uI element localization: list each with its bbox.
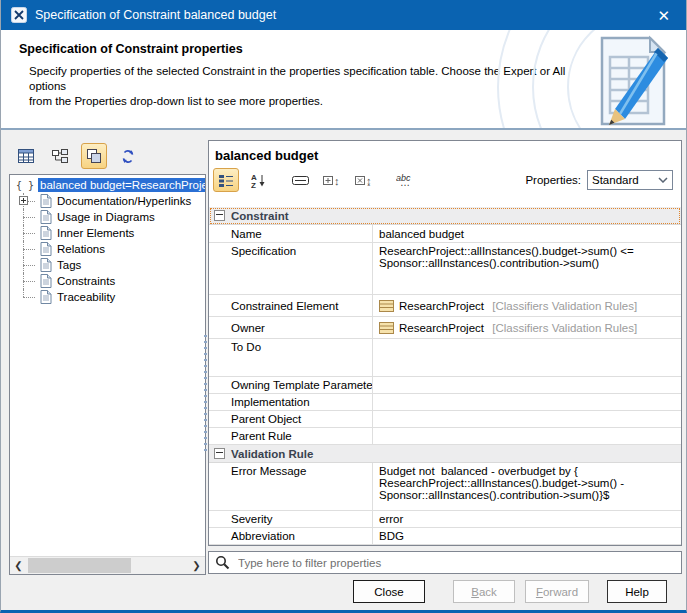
property-value[interactable]: ResearchProject [Classifiers Validation … xyxy=(372,317,681,338)
properties-table: ConstraintNamebalanced budgetSpecificati… xyxy=(209,207,681,545)
property-value[interactable]: balanced budget xyxy=(372,225,681,242)
rtoolbar-buttons: AZ↕↨abc… xyxy=(213,168,425,192)
property-row-constrained-element[interactable]: Constrained ElementResearchProject [Clas… xyxy=(209,295,681,317)
scroll-right-icon[interactable]: ❯ xyxy=(188,557,205,574)
customize-abc-icon: abc… xyxy=(396,173,416,188)
customize-abc-button[interactable]: abc… xyxy=(393,168,419,192)
collapse-minus-icon[interactable] xyxy=(214,448,225,459)
property-value[interactable] xyxy=(372,394,681,410)
property-row-name[interactable]: Namebalanced budget xyxy=(209,225,681,243)
property-value[interactable] xyxy=(372,428,681,444)
property-row-error-message[interactable]: Error MessageBudget not balanced - overb… xyxy=(209,463,681,511)
page-icon xyxy=(40,290,52,304)
property-row-owning-template-parameter[interactable]: Owning Template Parameter xyxy=(209,377,681,394)
property-value[interactable]: ResearchProject::allInstances().budget->… xyxy=(372,243,681,294)
property-row-owner[interactable]: OwnerResearchProject [Classifiers Valida… xyxy=(209,317,681,339)
property-value-text: ResearchProject::allInstances().budget->… xyxy=(379,245,634,269)
tree-guide xyxy=(10,193,40,209)
navigation-tree-panel: { }balanced budget=ResearchProject:Docum… xyxy=(9,174,206,575)
property-value[interactable]: BDG xyxy=(372,528,681,544)
page-icon xyxy=(40,258,52,272)
back-button: Back xyxy=(453,580,515,603)
property-value[interactable]: ResearchProject [Classifiers Validation … xyxy=(372,295,681,316)
property-value[interactable] xyxy=(372,377,681,393)
categorized-view-button[interactable] xyxy=(213,168,239,192)
collapse-minus-icon[interactable] xyxy=(214,210,225,221)
properties-dropdown-value: Standard xyxy=(588,174,654,186)
sort-alphabetically-button[interactable]: AZ xyxy=(245,168,271,192)
property-label: Owner xyxy=(209,322,372,334)
tree-item-documentation-hyperlinks[interactable]: Documentation/Hyperlinks xyxy=(10,193,205,209)
scroll-left-icon[interactable]: ❮ xyxy=(10,557,27,574)
footer-buttons: CloseBackForwardHelp xyxy=(1,580,686,604)
property-label: Specification xyxy=(209,243,372,257)
property-value-text: ResearchProject xyxy=(399,300,484,312)
help-button[interactable]: Help xyxy=(607,580,667,603)
splitter-grip[interactable] xyxy=(204,335,207,455)
properties-table-button[interactable] xyxy=(13,143,39,169)
close-button[interactable]: Close xyxy=(353,580,425,603)
tree-item-label: Relations xyxy=(57,243,105,255)
filter-input[interactable] xyxy=(236,556,681,570)
group-header-constraint[interactable]: Constraint xyxy=(209,207,681,225)
expand-plus-icon[interactable] xyxy=(19,196,28,205)
page-icon xyxy=(40,210,52,224)
tree-item-label: Constraints xyxy=(57,275,115,287)
scrollbar-thumb[interactable] xyxy=(28,558,131,573)
standalone-copies-button[interactable] xyxy=(81,143,107,169)
group-header-validation-rule[interactable]: Validation Rule xyxy=(209,445,681,463)
property-row-implementation[interactable]: Implementation xyxy=(209,394,681,411)
tree-item-inner-elements[interactable]: Inner Elements xyxy=(10,225,205,241)
property-row-specification[interactable]: SpecificationResearchProject::allInstanc… xyxy=(209,243,681,295)
property-value[interactable]: error xyxy=(372,511,681,527)
collapse-nodes-icon: ↨ xyxy=(355,173,373,187)
tree-horizontal-scrollbar[interactable]: ❮ ❯ xyxy=(10,556,205,574)
left-toolbar xyxy=(13,143,141,169)
collapse-nodes-button[interactable]: ↨ xyxy=(351,168,377,192)
property-value-text: balanced budget xyxy=(379,228,464,240)
title-bar: Specification of Constraint balanced bud… xyxy=(1,0,686,30)
property-row-parent-rule[interactable]: Parent Rule xyxy=(209,428,681,445)
tree-item-relations[interactable]: Relations xyxy=(10,241,205,257)
tree-guide xyxy=(10,241,40,257)
chevron-down-icon xyxy=(654,177,672,183)
tree-guide xyxy=(10,209,40,225)
group-title: Validation Rule xyxy=(231,448,313,460)
property-row-abbreviation[interactable]: AbbreviationBDG xyxy=(209,528,681,545)
tree-guide xyxy=(10,273,40,289)
property-label: Abbreviation xyxy=(209,530,372,542)
tree-guide xyxy=(10,225,40,241)
filter-box xyxy=(208,551,682,574)
property-label: Name xyxy=(209,228,372,240)
properties-dropdown[interactable]: Standard xyxy=(587,170,673,190)
property-label: Owning Template Parameter xyxy=(209,379,372,391)
property-value[interactable] xyxy=(372,411,681,427)
tree-item-usage-in-diagrams[interactable]: Usage in Diagrams xyxy=(10,209,205,225)
tree-item-label: Usage in Diagrams xyxy=(57,211,155,223)
property-label: Implementation xyxy=(209,396,372,408)
tree-item-constraints[interactable]: Constraints xyxy=(10,273,205,289)
property-value[interactable]: Budget not balanced - overbudget by { Re… xyxy=(372,463,681,510)
property-row-parent-object[interactable]: Parent Object xyxy=(209,411,681,428)
svg-text:…: … xyxy=(400,177,410,188)
expand-nodes-button[interactable]: ↕ xyxy=(319,168,345,192)
tree-guide xyxy=(10,289,40,305)
tree-view-button[interactable] xyxy=(47,143,73,169)
properties-toolbar: AZ↕↨abc… Properties: Standard xyxy=(209,165,681,195)
show-description-button[interactable] xyxy=(287,168,313,192)
tree-root-item[interactable]: { }balanced budget=ResearchProject: xyxy=(10,177,205,193)
page-icon xyxy=(40,194,52,208)
specification-dialog: Specification of Constraint balanced bud… xyxy=(0,0,687,613)
tree-view-icon xyxy=(52,149,68,163)
property-row-severity[interactable]: Severityerror xyxy=(209,511,681,528)
close-icon[interactable]: ✕ xyxy=(651,6,676,25)
property-row-to-do[interactable]: To Do xyxy=(209,339,681,377)
tree-item-traceability[interactable]: Traceability xyxy=(10,289,205,305)
tree-item-tags[interactable]: Tags xyxy=(10,257,205,273)
property-value-suffix: [Classifiers Validation Rules] xyxy=(489,300,637,312)
tree-item-label: Tags xyxy=(57,259,81,271)
expand-nodes-icon: ↕ xyxy=(323,173,341,187)
properties-table-icon xyxy=(18,149,34,163)
refresh-button[interactable] xyxy=(115,143,141,169)
property-value[interactable] xyxy=(372,339,681,376)
